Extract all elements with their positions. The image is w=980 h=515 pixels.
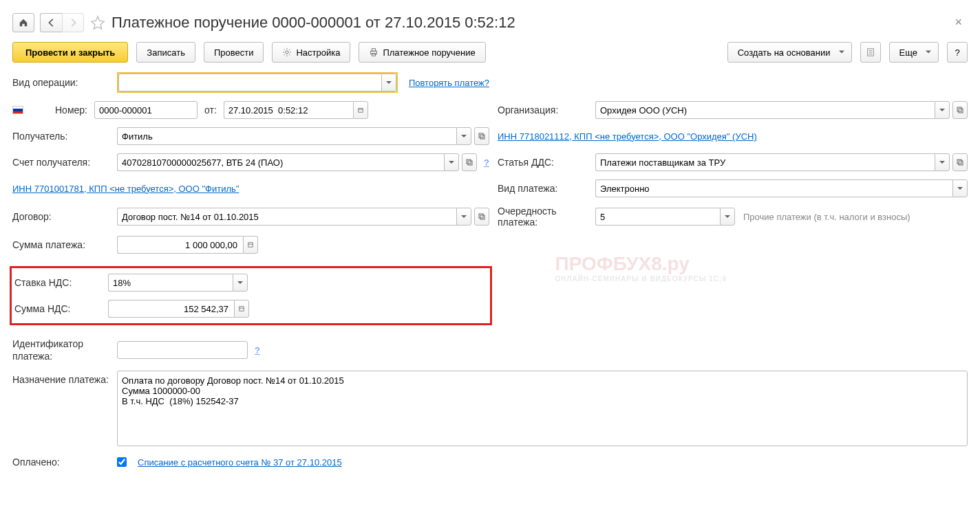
save-button[interactable]: Записать bbox=[136, 42, 195, 63]
back-button[interactable] bbox=[40, 13, 62, 32]
paid-label: Оплачено: bbox=[12, 457, 109, 468]
op-type-input[interactable] bbox=[118, 74, 381, 91]
priority-input[interactable] bbox=[595, 208, 720, 226]
svg-point-0 bbox=[286, 51, 288, 54]
svg-rect-15 bbox=[468, 161, 472, 165]
svg-rect-8 bbox=[359, 109, 363, 113]
svg-rect-16 bbox=[957, 160, 961, 164]
open-icon[interactable] bbox=[474, 127, 489, 145]
report-button[interactable] bbox=[860, 42, 881, 63]
number-label: Номер: bbox=[55, 105, 87, 116]
home-button[interactable] bbox=[12, 13, 34, 32]
recipient-account-input[interactable] bbox=[117, 153, 444, 171]
dropdown-icon[interactable] bbox=[935, 101, 950, 119]
dropdown-icon[interactable] bbox=[444, 153, 459, 171]
flag-icon bbox=[12, 106, 23, 114]
amount-label: Сумма платежа: bbox=[12, 239, 109, 250]
svg-rect-18 bbox=[479, 214, 483, 218]
page-title: Платежное поручение 0000-000001 от 27.10… bbox=[111, 14, 515, 32]
help-icon[interactable]: ? bbox=[255, 345, 260, 355]
contract-input[interactable] bbox=[117, 208, 456, 226]
calculator-icon[interactable] bbox=[243, 236, 258, 254]
post-button[interactable]: Провести bbox=[204, 42, 264, 63]
help-button[interactable]: ? bbox=[947, 42, 968, 63]
print-icon bbox=[369, 47, 379, 57]
close-button[interactable]: × bbox=[949, 12, 968, 32]
settings-button[interactable]: Настройка bbox=[272, 42, 350, 63]
vat-rate-input[interactable] bbox=[108, 274, 233, 292]
writeoff-link[interactable]: Списание с расчетного счета № 37 от 27.1… bbox=[138, 457, 342, 468]
payment-order-button[interactable]: Платежное поручение bbox=[359, 42, 485, 63]
svg-rect-11 bbox=[959, 109, 963, 113]
settings-label: Настройка bbox=[296, 47, 340, 58]
purpose-label: Назначение платежа: bbox=[12, 371, 109, 386]
svg-rect-10 bbox=[957, 107, 961, 111]
org-input[interactable] bbox=[595, 101, 935, 119]
dropdown-icon[interactable] bbox=[456, 127, 471, 145]
op-type-label: Вид операции: bbox=[12, 77, 109, 88]
vat-amount-label: Сумма НДС: bbox=[14, 303, 108, 314]
recipient-inn-link[interactable]: ИНН 7701001781, КПП <не требуется>, ООО … bbox=[12, 184, 239, 194]
dropdown-icon[interactable] bbox=[381, 74, 396, 91]
svg-rect-2 bbox=[372, 49, 376, 52]
purpose-textarea[interactable] bbox=[117, 371, 968, 446]
number-input[interactable] bbox=[94, 101, 198, 119]
calendar-icon[interactable] bbox=[353, 101, 368, 119]
create-based-on-button[interactable]: Создать на основании bbox=[727, 42, 852, 63]
recipient-account-label: Счет получателя: bbox=[12, 157, 109, 168]
priority-label: Очередность платежа: bbox=[498, 206, 587, 228]
calculator-icon[interactable] bbox=[234, 300, 249, 318]
svg-rect-20 bbox=[248, 243, 253, 247]
forward-button[interactable] bbox=[62, 13, 84, 32]
header-bar: Платежное поручение 0000-000001 от 27.10… bbox=[12, 12, 968, 32]
paid-checkbox[interactable] bbox=[117, 457, 127, 467]
open-icon[interactable] bbox=[952, 101, 968, 119]
toolbar: Провести и закрыть Записать Провести Нас… bbox=[12, 42, 968, 63]
help-icon[interactable]: ? bbox=[484, 157, 489, 168]
dropdown-icon[interactable] bbox=[456, 208, 471, 226]
recipient-input[interactable] bbox=[117, 127, 456, 145]
open-icon[interactable] bbox=[462, 153, 477, 171]
dropdown-icon[interactable] bbox=[233, 274, 248, 292]
svg-rect-17 bbox=[959, 161, 963, 165]
open-icon[interactable] bbox=[474, 208, 489, 226]
org-label: Организация: bbox=[498, 105, 587, 116]
vat-rate-label: Ставка НДС: bbox=[14, 277, 108, 288]
dropdown-icon[interactable] bbox=[935, 153, 950, 171]
org-inn-link[interactable]: ИНН 7718021112, КПП <не требуется>, ООО … bbox=[498, 131, 757, 142]
payment-id-label: Идентификатор платежа: bbox=[12, 338, 109, 362]
gear-icon bbox=[282, 47, 292, 57]
svg-rect-19 bbox=[480, 215, 484, 219]
vat-amount-input[interactable] bbox=[108, 300, 234, 318]
svg-rect-22 bbox=[239, 307, 244, 311]
pay-type-label: Вид платежа: bbox=[498, 183, 587, 194]
date-input[interactable] bbox=[224, 101, 353, 119]
payment-id-input[interactable] bbox=[117, 341, 248, 359]
article-label: Статья ДДС: bbox=[498, 157, 587, 168]
post-and-close-button[interactable]: Провести и закрыть bbox=[12, 42, 128, 63]
recipient-label: Получатель: bbox=[12, 131, 109, 142]
favorite-icon[interactable] bbox=[89, 14, 106, 31]
open-icon[interactable] bbox=[952, 153, 968, 171]
pay-type-input[interactable] bbox=[595, 179, 952, 197]
date-from-label: от: bbox=[204, 105, 217, 116]
priority-description: Прочие платежи (в т.ч. налоги и взносы) bbox=[743, 212, 910, 222]
svg-rect-12 bbox=[479, 133, 483, 138]
amount-input[interactable] bbox=[117, 236, 243, 254]
more-button[interactable]: Еще bbox=[889, 42, 939, 63]
document-icon bbox=[866, 47, 875, 57]
svg-rect-14 bbox=[467, 160, 471, 164]
dropdown-icon[interactable] bbox=[720, 208, 735, 226]
contract-label: Договор: bbox=[12, 211, 109, 222]
dropdown-icon[interactable] bbox=[952, 179, 968, 197]
svg-rect-13 bbox=[480, 135, 484, 139]
article-input[interactable] bbox=[595, 153, 935, 171]
payment-order-label: Платежное поручение bbox=[383, 47, 475, 58]
repeat-payment-link[interactable]: Повторять платеж? bbox=[409, 78, 489, 88]
